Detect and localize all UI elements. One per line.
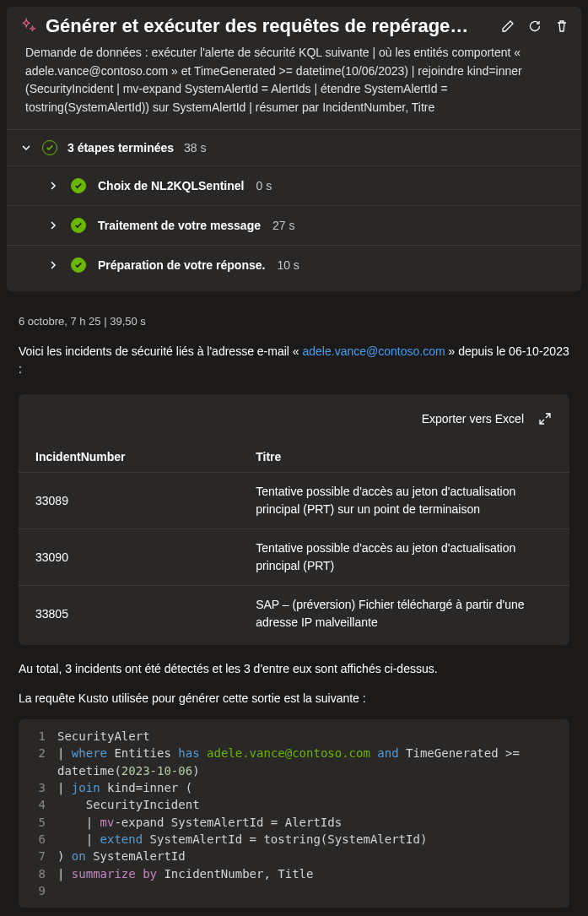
sparkle-icon [19,17,37,35]
step-time: 0 s [256,179,272,192]
prompt-card: Générer et exécuter des requêtes de repé… [7,7,581,291]
results-table: IncidentNumber Titre 33089 Tentative pos… [19,442,569,642]
table-header: IncidentNumber [19,442,239,473]
step-label: Traitement de votre message [98,219,261,232]
steps-summary-row[interactable]: 3 étapes terminées 38 s [7,129,581,166]
steps-summary-time: 38 s [184,141,206,154]
delete-icon[interactable] [554,19,569,34]
edit-icon[interactable] [500,19,515,34]
intro-email-link[interactable]: adele.vance@contoso.com [303,344,445,358]
card-header: Générer et exécuter des requêtes de repé… [7,7,581,41]
chevron-right-icon [47,220,59,231]
expand-icon[interactable] [537,411,553,426]
intro-prefix: Voici les incidents de sécurité liés à l… [19,344,303,358]
table-header: Titre [239,442,569,473]
incident-number: 33090 [19,529,239,586]
table-toolbar: Exporter vers Excel [19,408,569,442]
check-circle-filled-icon [71,218,86,233]
steps-summary-label: 3 étapes terminées [67,141,174,154]
step-label: Choix de NL2KQLSentinel [98,179,244,192]
table-header-row: IncidentNumber Titre [19,442,569,473]
step-time: 10 s [277,258,299,272]
incident-number: 33089 [19,473,239,529]
page-title: Générer et exécuter des requêtes de repé… [46,15,492,37]
check-circle-filled-icon [71,257,86,273]
incident-title: SAP – (préversion) Fichier téléchargé à … [239,586,569,642]
table-row: 33089 Tentative possible d'accès au jeto… [19,473,569,529]
table-row: 33805 SAP – (préversion) Fichier télécha… [19,586,569,642]
step-row[interactable]: Traitement de votre message 27 s [7,206,581,246]
refresh-icon[interactable] [527,19,542,34]
code-email: adele.vance@contoso.com [207,745,370,762]
response-intro: Voici les incidents de sécurité liés à l… [0,333,588,379]
chevron-right-icon [47,180,59,192]
step-row[interactable]: Choix de NL2KQLSentinel 0 s [7,166,581,206]
step-row[interactable]: Préparation de votre réponse. 10 s [7,246,581,285]
chevron-right-icon [47,259,59,271]
step-label: Préparation de votre réponse. [98,258,265,272]
chevron-down-icon [20,142,32,154]
code-block: 1SecurityAlert 2| where Entities has ade… [19,719,569,908]
step-time: 27 s [272,219,294,232]
incident-title: Tentative possible d'accès au jeton d'ac… [239,473,569,529]
response-timestamp: 6 octobre, 7 h 25 | 39,50 s [0,298,588,333]
query-intro: La requête Kusto utilisée pour générer c… [0,678,588,707]
results-table-card: Exporter vers Excel IncidentNumber Titre… [19,394,569,645]
table-row: 33090 Tentative possible d'accès au jeto… [19,529,569,586]
incident-number: 33805 [19,586,239,642]
incident-title: Tentative possible d'accès au jeton d'ac… [239,529,569,586]
prompt-description: Demande de données : exécuter l'alerte d… [7,41,581,129]
summary-line: Au total, 3 incidents ont été détectés e… [0,645,588,678]
header-actions [500,19,569,34]
export-excel-button[interactable]: Exporter vers Excel [422,412,524,425]
code-date: 2023-10-06 [121,762,192,779]
check-circle-icon [42,140,57,155]
check-circle-filled-icon [71,178,86,193]
